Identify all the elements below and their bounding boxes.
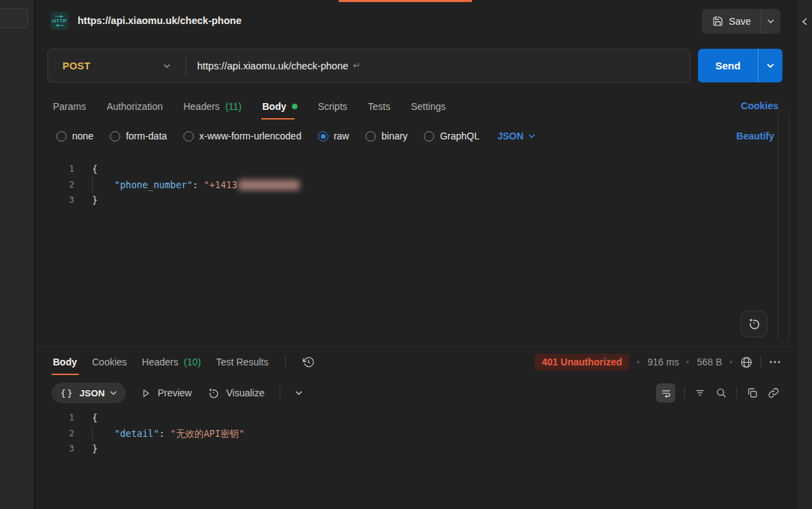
chevron-down-icon	[767, 63, 774, 68]
code-token: }	[92, 443, 98, 454]
code-line: 1{	[36, 410, 796, 426]
response-toolbar: {} JSON Preview Visualize	[52, 381, 302, 405]
response-size[interactable]: 568 B	[697, 357, 722, 367]
save-options-button[interactable]	[761, 9, 780, 34]
method-selector[interactable]: POST	[48, 49, 185, 82]
indent-guide	[92, 178, 93, 194]
save-button-label: Save	[729, 16, 751, 27]
word-wrap-button[interactable]	[656, 383, 675, 403]
tab-tests[interactable]: Tests	[368, 93, 391, 120]
save-button-main[interactable]: Save	[702, 16, 760, 27]
workspace-main: HTTP https://api.xiaomu.uk/check-phone S…	[36, 0, 796, 509]
request-body-editor[interactable]: 1{2 "phone_number": "+14133}	[36, 161, 796, 347]
status-badge[interactable]: 401 Unauthorized	[534, 354, 630, 370]
toolbar-separator	[280, 387, 280, 399]
left-sidebar-rail	[0, 0, 35, 509]
send-button-label[interactable]: Send	[698, 60, 758, 71]
tab-settings[interactable]: Settings	[411, 93, 446, 120]
request-header-bar: HTTP https://api.xiaomu.uk/check-phone S…	[36, 0, 796, 41]
cookies-link[interactable]: Cookies	[741, 100, 778, 111]
response-format-select[interactable]: {} JSON	[52, 383, 126, 403]
collapse-panel-icon[interactable]	[802, 18, 808, 25]
code-token	[92, 428, 115, 439]
http-request-icon: HTTP	[50, 12, 69, 30]
visualize-label: Visualize	[226, 387, 264, 398]
tab-label: Body	[262, 101, 286, 112]
request-title: https://api.xiaomu.uk/check-phone	[78, 15, 241, 26]
code-token: "+1413	[204, 179, 238, 190]
filter-button[interactable]	[694, 387, 706, 399]
share-link-button[interactable]	[767, 387, 780, 399]
code-token: {	[92, 412, 98, 423]
request-tabs: Params Authorization Headers(11) Body Sc…	[53, 93, 446, 120]
radio-circle-icon	[56, 131, 67, 142]
tab-scripts[interactable]: Scripts	[318, 93, 348, 120]
http-icon-label: HTTP	[52, 19, 67, 23]
visualize-button[interactable]: Visualize	[207, 387, 264, 400]
code-token: {	[92, 163, 98, 174]
active-tab-underline	[52, 374, 79, 375]
radio-label: form-data	[126, 131, 167, 142]
radio-form-data[interactable]: form-data	[110, 131, 167, 142]
link-icon	[767, 387, 780, 399]
send-options-button[interactable]	[758, 49, 782, 82]
filter-icon	[694, 387, 706, 399]
tab-params[interactable]: Params	[53, 93, 86, 120]
radio-binary[interactable]: binary	[365, 131, 407, 142]
tab-response-headers[interactable]: Headers(10)	[142, 348, 201, 376]
save-button[interactable]: Save	[702, 9, 780, 34]
code-token: :	[192, 179, 203, 190]
code-line: 2 "phone_number": "+1413	[36, 177, 796, 193]
chevron-down-icon	[528, 134, 535, 138]
word-wrap-icon	[660, 387, 672, 399]
send-button[interactable]: Send	[698, 49, 782, 82]
sidebar-collapsed-tab[interactable]	[0, 8, 28, 28]
tab-response-body[interactable]: Body	[53, 348, 77, 376]
response-body-editor[interactable]: 1{2 "detail": "无效的API密钥"3}	[36, 410, 796, 472]
code-token: "detail"	[115, 428, 159, 439]
response-time[interactable]: 916 ms	[647, 357, 679, 367]
tab-label: Settings	[411, 101, 446, 112]
url-text: https://api.xiaomu.uk/check-phone	[197, 60, 348, 71]
radio-graphql[interactable]: GraphQL	[424, 131, 480, 142]
copy-response-button[interactable]	[746, 387, 758, 399]
response-more-button[interactable]	[769, 360, 781, 364]
tab-body[interactable]: Body	[262, 93, 297, 120]
tab-count: (10)	[184, 357, 201, 367]
tab-authorization[interactable]: Authorization	[106, 93, 163, 120]
response-tabs: Body Cookies Headers(10) Test Results	[53, 348, 315, 376]
code-line: 1{	[36, 161, 796, 177]
editor-scrollbar[interactable]	[778, 110, 789, 342]
tab-headers[interactable]: Headers(11)	[183, 93, 242, 120]
tab-label: Headers	[142, 357, 179, 367]
response-history-button[interactable]	[302, 356, 315, 368]
radio-raw[interactable]: raw	[318, 131, 350, 142]
body-type-selector: none form-data x-www-form-urlencoded raw…	[56, 126, 535, 146]
radio-x-www-form-urlencoded[interactable]: x-www-form-urlencoded	[183, 131, 302, 142]
globe-icon	[740, 356, 753, 369]
language-label: JSON	[497, 131, 523, 142]
tab-test-results[interactable]: Test Results	[216, 348, 268, 376]
preview-button[interactable]: Preview	[141, 387, 192, 398]
tab-response-cookies[interactable]: Cookies	[92, 348, 127, 376]
radio-circle-icon	[318, 131, 328, 142]
request-response-divider[interactable]	[36, 347, 796, 348]
chevron-down-icon	[295, 391, 302, 395]
search-response-button[interactable]	[715, 387, 728, 399]
visualize-options-button[interactable]	[295, 391, 302, 395]
tab-label: Headers	[183, 101, 220, 112]
code-line: 3}	[36, 441, 796, 457]
search-icon	[715, 387, 728, 399]
history-clock-icon	[302, 356, 315, 368]
radio-none[interactable]: none	[56, 131, 93, 142]
line-number: 2	[36, 177, 74, 193]
postbot-button[interactable]	[741, 310, 767, 337]
tab-label: Test Results	[216, 357, 268, 367]
language-select[interactable]: JSON	[497, 131, 535, 142]
code-content: }	[74, 441, 98, 457]
beautify-link[interactable]: Beautify	[736, 131, 774, 142]
line-number: 1	[36, 161, 74, 177]
network-info-button[interactable]	[740, 356, 753, 369]
url-input[interactable]: https://api.xiaomu.uk/check-phone ↵	[186, 60, 690, 71]
meta-dot	[730, 361, 732, 363]
